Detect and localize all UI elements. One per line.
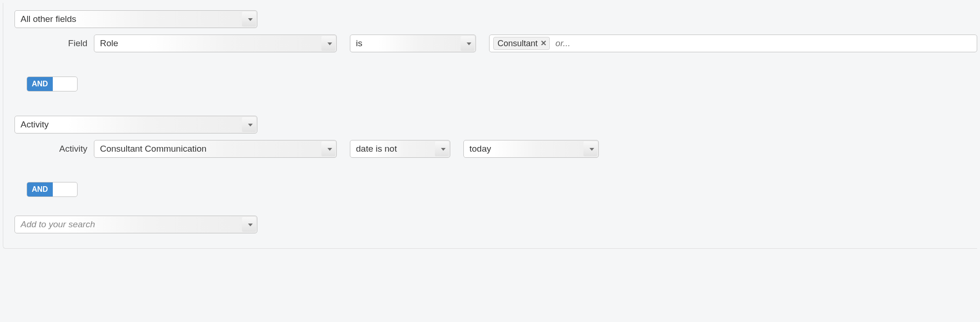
operator-select-label: is [356, 38, 362, 49]
field-row-label: Activity [14, 144, 94, 154]
category-select[interactable]: All other fields [14, 10, 257, 28]
conjunction-toggle[interactable]: AND [27, 182, 78, 197]
add-criteria-label: Add to your search [21, 219, 95, 230]
activity-select-label: Consultant Communication [100, 144, 206, 154]
chevron-down-icon [327, 148, 332, 151]
query-builder-panel: All other fields Field Role is Consultan… [3, 3, 977, 249]
chevron-down-icon [248, 224, 253, 226]
field-row-2: Activity Consultant Communication date i… [14, 140, 977, 158]
operator-select-label: date is not [356, 144, 397, 154]
category-select-label: Activity [21, 119, 49, 130]
value-input-box[interactable]: Consultant ✕ [489, 35, 977, 52]
field-select-label: Role [100, 38, 118, 49]
chevron-down-icon [327, 42, 332, 45]
conjunction-and[interactable]: AND [27, 77, 53, 91]
conjunction-or[interactable] [53, 182, 77, 196]
category-select-label: All other fields [21, 14, 76, 24]
chevron-down-icon [589, 148, 594, 151]
add-criteria-select[interactable]: Add to your search [14, 216, 257, 233]
field-select[interactable]: Role [94, 35, 337, 52]
chevron-down-icon [467, 42, 471, 45]
chevron-down-icon [248, 18, 253, 21]
chevron-down-icon [248, 124, 253, 126]
chevron-down-icon [441, 148, 446, 151]
value-tag-consultant[interactable]: Consultant ✕ [493, 37, 550, 50]
conjunction-and[interactable]: AND [27, 182, 53, 196]
value-select-label: today [469, 144, 491, 154]
conjunction-toggle-2-row: AND [14, 182, 977, 197]
value-add-input[interactable] [554, 35, 973, 52]
value-select[interactable]: today [463, 140, 599, 158]
conjunction-or[interactable] [53, 77, 77, 91]
operator-select[interactable]: is [350, 35, 476, 52]
conjunction-toggle-1-row: AND [14, 77, 977, 91]
field-row-1: Field Role is Consultant ✕ [14, 35, 977, 52]
category-select[interactable]: Activity [14, 116, 257, 133]
activity-select[interactable]: Consultant Communication [94, 140, 337, 158]
field-row-label: Field [14, 38, 94, 49]
conjunction-toggle[interactable]: AND [27, 77, 78, 91]
criteria-group-1: All other fields [14, 10, 977, 28]
operator-select[interactable]: date is not [350, 140, 450, 158]
add-criteria-row: Add to your search [14, 216, 977, 233]
criteria-group-2: Activity [14, 116, 977, 133]
value-tag-label: Consultant [497, 39, 538, 48]
close-icon[interactable]: ✕ [540, 40, 547, 47]
